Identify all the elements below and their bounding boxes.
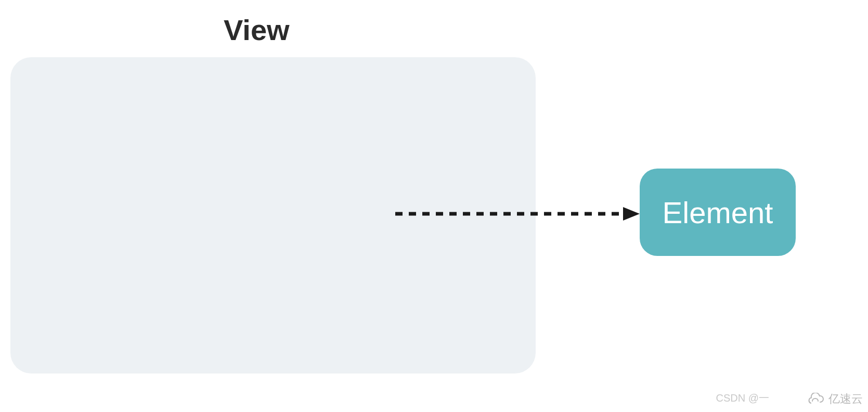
watermark-yisuyun: 亿速云 <box>807 391 863 407</box>
element-label: Element <box>663 195 773 230</box>
svg-marker-1 <box>623 207 640 221</box>
element-box: Element <box>640 169 796 256</box>
watermark-yisuyun-text: 亿速云 <box>828 391 863 407</box>
watermark-csdn: CSDN @一 <box>716 391 769 405</box>
view-title: View <box>224 13 290 47</box>
cloud-icon <box>807 393 824 405</box>
dashed-arrow <box>395 206 640 222</box>
